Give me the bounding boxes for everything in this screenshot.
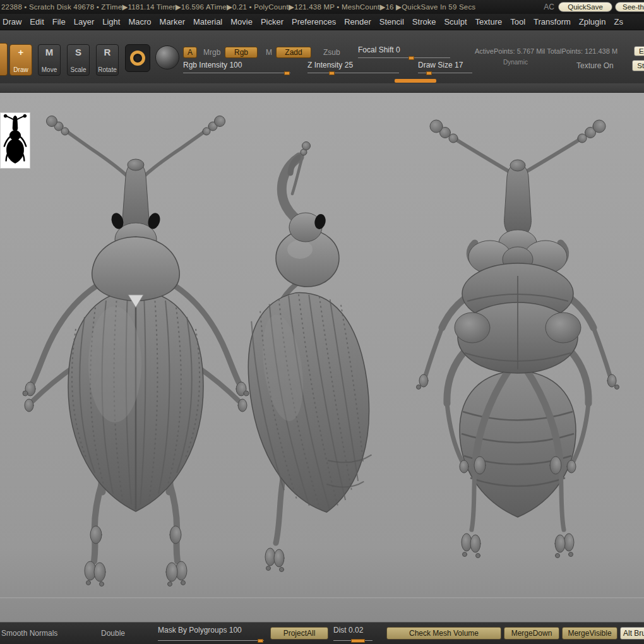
slider-handle[interactable] bbox=[408, 56, 414, 60]
mask-by-polygroups-value: 100 bbox=[229, 626, 242, 635]
rgb-intensity-label: Rgb Intensity bbox=[183, 61, 227, 69]
move-mode-label: Move bbox=[42, 66, 57, 73]
current-material-button[interactable] bbox=[155, 45, 179, 69]
scale-mode-label: Scale bbox=[70, 66, 86, 73]
menu-item-light[interactable]: Light bbox=[102, 17, 120, 27]
draw-size-slider[interactable]: Draw Size 17 bbox=[418, 61, 472, 73]
a-toggle-button[interactable]: A bbox=[183, 47, 197, 58]
rotate-mode-label: Rotate bbox=[98, 66, 116, 73]
double-toggle[interactable]: Double bbox=[101, 629, 125, 638]
coxa bbox=[546, 313, 581, 343]
draw-crosshair-icon: + bbox=[18, 47, 24, 57]
z-intensity-label: Z Intensity bbox=[307, 61, 342, 69]
menu-item-edit[interactable]: Edit bbox=[30, 17, 44, 27]
see-through-slider[interactable]: See-th bbox=[615, 2, 644, 12]
weevil-silhouette-icon bbox=[1, 113, 30, 168]
total-points-text: TotalPoints: 121.438 M bbox=[547, 47, 617, 55]
menu-item-file[interactable]: File bbox=[52, 17, 66, 27]
check-mesh-volume-button[interactable]: Check Mesh Volume bbox=[386, 627, 501, 640]
draw-size-value: 17 bbox=[455, 61, 463, 69]
menu-item-layer[interactable]: Layer bbox=[74, 17, 95, 27]
menu-item-draw[interactable]: Draw bbox=[3, 17, 21, 27]
z-intensity-slider[interactable]: Z Intensity 25 bbox=[307, 61, 399, 73]
rostrum bbox=[504, 164, 532, 239]
ac-label: AC bbox=[544, 0, 554, 14]
rotate-mode-button[interactable]: R Rotate bbox=[96, 44, 119, 76]
clipped-brush-button[interactable] bbox=[0, 43, 8, 76]
bottom-shelf: Smooth Normals Double Mask By Polygroups… bbox=[0, 622, 644, 644]
draw-mode-label: Draw bbox=[13, 66, 28, 73]
menu-item-tool[interactable]: Tool bbox=[510, 17, 525, 27]
menu-item-macro[interactable]: Macro bbox=[128, 17, 151, 27]
dynamic-label: Dynamic bbox=[503, 59, 528, 66]
merge-down-button[interactable]: MergeDown bbox=[504, 627, 559, 640]
z-intensity-value: 25 bbox=[345, 61, 353, 69]
menu-item-material[interactable]: Material bbox=[193, 17, 222, 27]
points-readout: ActivePoints: 5.767 Mil TotalPoints: 121… bbox=[475, 47, 617, 55]
menu-item-preferences[interactable]: Preferences bbox=[292, 17, 336, 27]
slider-track bbox=[358, 57, 450, 58]
current-brush-button[interactable] bbox=[125, 44, 150, 72]
menu-item-stroke[interactable]: Stroke bbox=[412, 17, 436, 27]
status-stats-text: 22388 • Scratch Disk 49678 • ZTime▶1181.… bbox=[1, 0, 475, 14]
clipped-stencil-button[interactable]: Ste bbox=[632, 60, 644, 71]
mrgb-toggle[interactable]: Mrgb bbox=[203, 48, 220, 57]
draw-size-label: Draw Size bbox=[418, 61, 453, 69]
menu-item-zplugin[interactable]: Zplugin bbox=[579, 17, 606, 27]
slider-handle[interactable] bbox=[284, 71, 290, 75]
sculpt-viewport bbox=[0, 93, 644, 622]
rgb-toggle-button[interactable]: Rgb bbox=[225, 47, 258, 58]
texture-on-toggle[interactable]: Texture On bbox=[576, 61, 614, 70]
focal-shift-value: 0 bbox=[396, 45, 400, 54]
clipped-alt-brush-button[interactable]: Alt Bru bbox=[620, 627, 644, 640]
move-mode-button[interactable]: M Move bbox=[38, 44, 61, 76]
scale-mode-button[interactable]: S Scale bbox=[67, 44, 90, 76]
focal-shift-label: Focal Shift bbox=[358, 45, 394, 54]
active-points-text: ActivePoints: 5.767 Mil bbox=[475, 47, 545, 55]
menu-item-zscript[interactable]: Zs bbox=[614, 17, 623, 27]
zadd-toggle-button[interactable]: Zadd bbox=[276, 47, 311, 58]
slider-track bbox=[158, 640, 264, 641]
project-all-button[interactable]: ProjectAll bbox=[270, 627, 328, 640]
menu-item-stencil[interactable]: Stencil bbox=[379, 17, 404, 27]
slider-track bbox=[307, 73, 399, 73]
top-shelf-toolbar: + Draw M Move S Scale R Rotate A Mrgb Rg… bbox=[0, 30, 644, 83]
slider-handle[interactable] bbox=[351, 639, 365, 643]
stroke-preview-thumbnail[interactable] bbox=[0, 112, 30, 169]
menu-item-texture[interactable]: Texture bbox=[475, 17, 503, 27]
menu-item-picker[interactable]: Picker bbox=[261, 17, 283, 27]
dist-slider[interactable]: Dist 0.02 bbox=[333, 626, 373, 641]
dist-label: Dist bbox=[333, 626, 347, 635]
slider-handle[interactable] bbox=[426, 71, 432, 75]
slider-handle[interactable] bbox=[258, 639, 263, 643]
menu-item-movie[interactable]: Movie bbox=[230, 17, 253, 27]
menu-item-marker[interactable]: Marker bbox=[160, 17, 185, 27]
clipped-en-button[interactable]: En bbox=[634, 46, 644, 56]
dist-value: 0.02 bbox=[349, 626, 363, 635]
menu-item-transform[interactable]: Transform bbox=[534, 17, 571, 27]
coxa bbox=[455, 313, 490, 343]
rgb-intensity-value: 100 bbox=[229, 61, 242, 69]
toolbar-divider-strip bbox=[0, 83, 644, 93]
focal-shift-slider[interactable]: Focal Shift 0 bbox=[358, 45, 450, 58]
elytra-highlight bbox=[88, 306, 141, 422]
draw-mode-button[interactable]: + Draw bbox=[9, 44, 32, 76]
menu-bar: Draw Edit File Layer Light Macro Marker … bbox=[0, 14, 644, 30]
zbrush-window: 22388 • Scratch Disk 49678 • ZTime▶1181.… bbox=[0, 0, 644, 644]
slider-handle[interactable] bbox=[329, 71, 335, 75]
menu-item-sculpt[interactable]: Sculpt bbox=[444, 17, 467, 27]
document-canvas[interactable] bbox=[0, 93, 644, 622]
m-toggle[interactable]: M bbox=[266, 48, 272, 57]
status-bar: 22388 • Scratch Disk 49678 • ZTime▶1181.… bbox=[0, 0, 644, 14]
move-icon: M bbox=[45, 47, 54, 57]
rotate-icon: R bbox=[104, 47, 111, 57]
mask-by-polygroups-label: Mask By Polygroups bbox=[158, 626, 227, 635]
merge-visible-button[interactable]: MergeVisible bbox=[562, 627, 617, 640]
rgb-intensity-slider[interactable]: Rgb Intensity 100 bbox=[183, 61, 290, 73]
menu-item-render[interactable]: Render bbox=[344, 17, 371, 27]
smooth-normals-toggle[interactable]: Smooth Normals bbox=[1, 629, 57, 638]
zsub-toggle[interactable]: Zsub bbox=[323, 48, 340, 57]
mask-by-polygroups-slider[interactable]: Mask By Polygroups 100 bbox=[158, 626, 264, 641]
slider-track bbox=[183, 73, 290, 73]
quicksave-button[interactable]: QuickSave bbox=[558, 2, 612, 12]
